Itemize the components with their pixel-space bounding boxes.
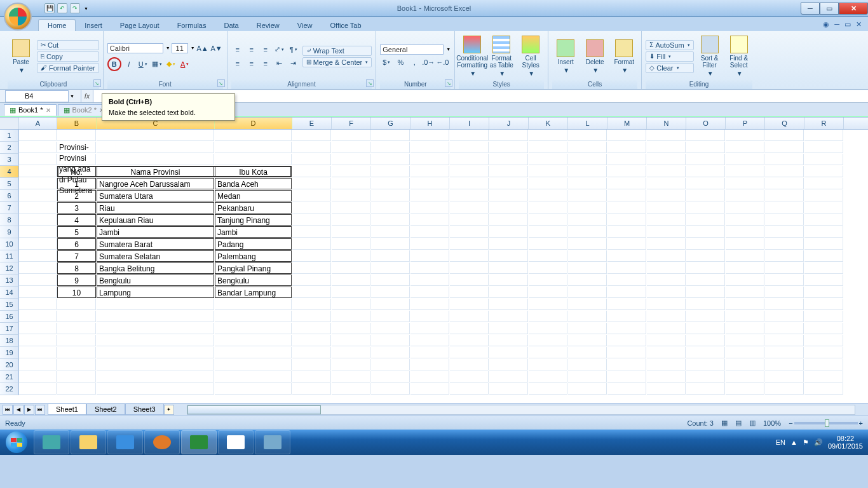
cell[interactable]	[765, 347, 804, 358]
cell[interactable]	[489, 262, 528, 274]
cell[interactable]	[292, 190, 331, 201]
cell[interactable]	[489, 130, 528, 141]
cell[interactable]	[19, 347, 57, 358]
cell[interactable]	[647, 238, 686, 250]
cell[interactable]	[726, 323, 764, 334]
cell[interactable]	[450, 359, 489, 370]
cell[interactable]	[489, 335, 528, 346]
col-header[interactable]: B	[57, 118, 97, 129]
cell[interactable]	[607, 323, 646, 334]
underline-button[interactable]: U▾	[137, 58, 149, 71]
cell[interactable]	[332, 154, 370, 165]
cell[interactable]	[804, 214, 843, 226]
cell[interactable]	[489, 154, 528, 165]
cell[interactable]	[647, 274, 686, 286]
cell[interactable]	[686, 238, 725, 250]
new-sheet-button[interactable]: ✦	[164, 405, 174, 415]
cell[interactable]	[292, 299, 331, 310]
cell[interactable]	[726, 262, 764, 274]
cell[interactable]	[529, 311, 567, 322]
row-header[interactable]: 19	[0, 347, 19, 359]
row-header[interactable]: 18	[0, 335, 19, 347]
cell[interactable]	[686, 311, 725, 322]
help-icon[interactable]: ◉	[823, 20, 829, 29]
cell[interactable]: Bengkulu	[215, 274, 292, 286]
cell[interactable]	[19, 202, 57, 214]
cell[interactable]	[529, 178, 567, 189]
clear-button[interactable]: ◇ Clear ▾	[646, 63, 693, 73]
cell[interactable]: Medan	[215, 190, 292, 201]
row-header[interactable]: 17	[0, 323, 19, 335]
cell[interactable]	[19, 190, 57, 201]
cell[interactable]	[332, 190, 370, 201]
cell[interactable]	[450, 154, 489, 165]
border-button[interactable]: ▦▾	[151, 58, 163, 71]
sheet-tab[interactable]: Sheet1	[48, 404, 86, 415]
cell[interactable]: 8	[57, 262, 96, 274]
cell[interactable]	[450, 238, 489, 250]
cell[interactable]	[410, 142, 449, 153]
cell[interactable]	[19, 299, 57, 310]
cell[interactable]	[529, 226, 567, 238]
ribbon-close-icon[interactable]: ✕	[856, 20, 862, 29]
cell[interactable]	[410, 383, 449, 395]
cell[interactable]	[568, 154, 607, 165]
cell[interactable]	[568, 142, 607, 153]
number-format-select[interactable]: General	[380, 44, 444, 55]
cell[interactable]: Ibu Kota	[215, 166, 292, 177]
cell[interactable]	[804, 202, 843, 214]
cell-styles-button[interactable]: Cell Styles▼	[517, 33, 544, 79]
cell[interactable]	[804, 250, 843, 262]
cell[interactable]	[607, 142, 646, 153]
cell[interactable]	[607, 299, 646, 310]
cell[interactable]: Pangkal Pinang	[215, 262, 292, 274]
cell[interactable]	[19, 335, 57, 346]
percent-button[interactable]: %	[394, 56, 407, 69]
cell[interactable]	[647, 287, 686, 298]
cell[interactable]	[371, 262, 410, 274]
sheet-nav-first[interactable]: ⏮	[3, 405, 13, 415]
cell[interactable]	[726, 142, 764, 153]
row-header[interactable]: 15	[0, 299, 19, 311]
minimize-button[interactable]: ─	[801, 3, 820, 15]
tab-page-layout[interactable]: Page Layout	[111, 20, 168, 31]
cell[interactable]	[332, 371, 370, 383]
cell[interactable]: 2	[57, 190, 96, 201]
cell[interactable]	[568, 371, 607, 383]
cell[interactable]: 9	[57, 274, 96, 286]
insert-cells-button[interactable]: Insert▼	[552, 33, 579, 79]
row-header[interactable]: 14	[0, 287, 19, 299]
cell[interactable]	[804, 371, 843, 383]
cell[interactable]	[332, 323, 370, 334]
row-header[interactable]: 8	[0, 214, 19, 226]
cell[interactable]	[19, 383, 57, 395]
cell[interactable]	[686, 323, 725, 334]
cell[interactable]	[371, 383, 410, 395]
cell[interactable]	[607, 130, 646, 141]
cell[interactable]	[450, 347, 489, 358]
cell[interactable]	[410, 226, 449, 238]
cell[interactable]	[568, 214, 607, 226]
cell[interactable]	[215, 383, 292, 395]
cell[interactable]	[450, 130, 489, 141]
row-header[interactable]: 20	[0, 359, 19, 371]
cell[interactable]	[647, 214, 686, 226]
cell[interactable]	[19, 274, 57, 286]
cell[interactable]	[804, 238, 843, 250]
cell[interactable]: Provinsi-Provinsi yang ada di Pulau Sume…	[57, 142, 96, 153]
cell[interactable]	[371, 154, 410, 165]
cell[interactable]	[371, 202, 410, 214]
font-size-select[interactable]: 11	[172, 43, 188, 53]
ribbon-min-icon[interactable]: ─	[834, 20, 839, 29]
cell[interactable]	[332, 178, 370, 189]
cell[interactable]	[489, 299, 528, 310]
cell[interactable]	[19, 154, 57, 165]
cell[interactable]	[410, 190, 449, 201]
cell[interactable]	[371, 250, 410, 262]
cell[interactable]	[647, 323, 686, 334]
cell[interactable]	[410, 262, 449, 274]
cell[interactable]	[410, 347, 449, 358]
cell[interactable]	[19, 226, 57, 238]
cell[interactable]	[57, 130, 96, 141]
cell[interactable]	[726, 335, 764, 346]
